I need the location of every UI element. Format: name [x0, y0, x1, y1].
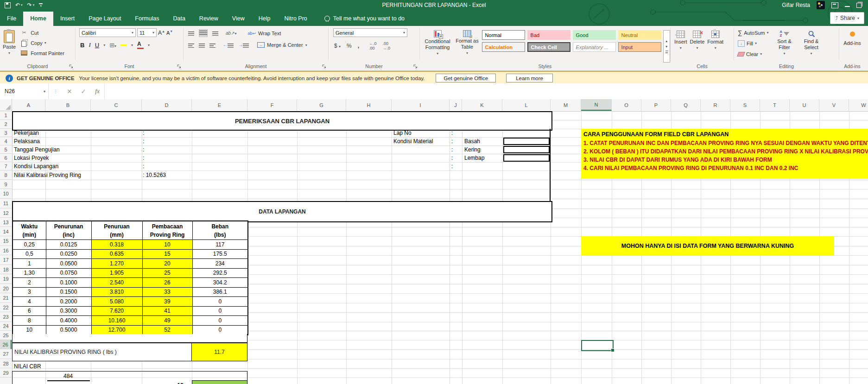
ribbon-display-options-icon[interactable] — [831, 2, 838, 8]
accounting-format-button[interactable]: $ ▾ — [334, 43, 341, 49]
cell[interactable]: 0.2000 — [46, 297, 91, 307]
column-header-D[interactable]: D — [142, 99, 192, 111]
tab-file[interactable]: File — [0, 12, 23, 26]
save-icon[interactable] — [5, 2, 11, 8]
styles-gallery-scrollbar[interactable]: ▴▾☰ — [663, 30, 670, 63]
cell[interactable]: 0.1500 — [46, 287, 91, 297]
column-header-N[interactable]: N — [581, 99, 612, 111]
percent-style-button[interactable]: % — [347, 43, 352, 49]
column-header-U[interactable]: U — [790, 99, 819, 111]
formula-input[interactable] — [105, 83, 868, 99]
autosum-button[interactable]: ∑AutoSum▾ — [738, 28, 769, 38]
enter-entry-icon[interactable]: ✓ — [76, 88, 90, 95]
column-header-T[interactable]: T — [760, 99, 790, 111]
kalibrasi-value-cell[interactable]: 11.7 — [191, 343, 247, 361]
cell[interactable]: 15 — [142, 249, 192, 259]
clipboard-dialog-launcher-icon[interactable] — [69, 64, 73, 69]
cell[interactable]: 2 — [13, 278, 46, 288]
cancel-entry-icon[interactable]: ✕ — [63, 88, 76, 95]
cell[interactable]: 0 — [192, 325, 248, 335]
tab-data[interactable]: Data — [166, 12, 192, 26]
column-header-V[interactable]: V — [819, 99, 849, 111]
column-header-B[interactable]: B — [45, 99, 91, 111]
active-cell[interactable] — [581, 340, 614, 351]
column-header-P[interactable]: P — [641, 99, 671, 111]
cell[interactable]: 1,30 — [13, 268, 46, 278]
get-genuine-office-button[interactable]: Get genuine Office — [436, 74, 496, 82]
tab-nitro-pro[interactable]: Nitro Pro — [277, 12, 314, 26]
merge-center-dropdown-icon[interactable]: ▾ — [305, 43, 307, 47]
cell[interactable]: 52 — [142, 325, 192, 335]
cell-style-checkcell[interactable]: Check Cell — [527, 42, 570, 52]
underline-dropdown-icon[interactable]: ▾ — [103, 43, 105, 47]
increase-indent-button[interactable]: → — [238, 42, 249, 48]
underline-button[interactable]: U — [95, 42, 99, 49]
cell[interactable]: 25 — [142, 268, 192, 278]
cell[interactable]: 0.0500 — [46, 259, 91, 269]
cell-style-explanatory[interactable]: Explanatory ... — [573, 42, 616, 52]
cell[interactable]: 0.5000 — [46, 325, 91, 335]
user-name[interactable]: Gifar Resta — [782, 2, 810, 8]
cell[interactable]: 1.905 — [91, 268, 142, 278]
cell[interactable]: 10 — [13, 325, 46, 335]
tab-review[interactable]: Review — [192, 12, 225, 26]
column-header-E[interactable]: E — [192, 99, 247, 111]
tab-insert[interactable]: Insert — [53, 12, 82, 26]
cell[interactable]: 304.2 — [192, 278, 248, 288]
cell[interactable]: 5.080 — [91, 297, 142, 307]
tell-me-box[interactable]: Tell me what you want to do — [324, 15, 405, 26]
column-header-H[interactable]: H — [346, 99, 392, 111]
cell[interactable]: 117 — [192, 240, 248, 250]
align-middle-button[interactable] — [199, 29, 208, 37]
cell[interactable]: 10.160 — [91, 316, 142, 326]
cell[interactable]: 0 — [192, 306, 248, 316]
cell[interactable]: 12.700 — [91, 325, 142, 335]
increase-decimal-button[interactable]: ←.0.00 — [369, 41, 377, 50]
name-box[interactable]: N26 ▾ — [0, 83, 49, 99]
sort-filter-button[interactable]: AZ Sort & Filter ▾ — [773, 28, 796, 59]
cell[interactable]: 1.270 — [91, 259, 142, 269]
avatar[interactable] — [817, 1, 825, 9]
cell[interactable]: 1 — [13, 259, 46, 269]
cell[interactable]: 292.5 — [192, 268, 248, 278]
number-dialog-launcher-icon[interactable] — [413, 64, 418, 69]
column-header-I[interactable]: I — [392, 99, 450, 111]
column-header-cell[interactable]: Penuruan(mm) — [91, 221, 142, 240]
column-header-Q[interactable]: Q — [671, 99, 701, 111]
name-box-dropdown-icon[interactable]: ▾ — [44, 89, 45, 94]
cell[interactable]: 386.1 — [192, 287, 248, 297]
cell[interactable]: 7.620 — [91, 306, 142, 316]
fill-button[interactable]: ↓Fill▾ — [738, 38, 769, 48]
cell[interactable]: 0.4000 — [46, 316, 91, 326]
format-painter-button[interactable]: Format Painter — [19, 48, 64, 58]
cell-style-good[interactable]: Good — [573, 30, 616, 40]
fill-color-button[interactable] — [120, 44, 127, 46]
cell[interactable]: 20 — [142, 259, 192, 269]
paste-dropdown-icon[interactable]: ▾ — [8, 51, 10, 56]
cell[interactable]: 8 — [13, 316, 46, 326]
restore-icon[interactable] — [856, 3, 862, 8]
cell-style-input[interactable]: Input — [618, 42, 661, 52]
conditional-formatting-button[interactable]: Conditional Formatting ▾ — [423, 28, 452, 63]
tab-home[interactable]: Home — [23, 12, 53, 26]
cbr-numerator[interactable]: 484 — [45, 373, 91, 379]
column-header-cell[interactable]: Beban(lbs) — [192, 221, 248, 240]
orientation-button[interactable]: ab↗▾ — [226, 31, 237, 36]
cell-style-neutral[interactable]: Neutral — [618, 30, 661, 40]
font-name-select[interactable]: Calibri▾ — [79, 28, 136, 37]
column-header-A[interactable]: A — [12, 99, 45, 111]
cell-style-normal[interactable]: Normal — [482, 30, 525, 40]
redo-dropdown-icon[interactable]: ▾ — [33, 3, 35, 7]
bold-button[interactable]: B — [80, 42, 84, 49]
align-center-button[interactable] — [199, 43, 205, 48]
paste-button[interactable]: Paste ▾ — [3, 28, 16, 58]
column-header-F[interactable]: F — [247, 99, 297, 111]
font-color-button[interactable]: A — [137, 41, 144, 49]
copy-dropdown-icon[interactable]: ▾ — [44, 41, 46, 45]
undo-button[interactable]: ↶▾ — [15, 2, 23, 8]
undo-dropdown-icon[interactable]: ▾ — [21, 3, 23, 7]
cell-style-calculation[interactable]: Calculation — [482, 42, 525, 52]
cell[interactable]: 0 — [192, 297, 248, 307]
column-header-cell[interactable]: Penurunan(inc) — [46, 221, 91, 240]
decrease-decimal-button[interactable]: .00→.0 — [383, 41, 391, 50]
